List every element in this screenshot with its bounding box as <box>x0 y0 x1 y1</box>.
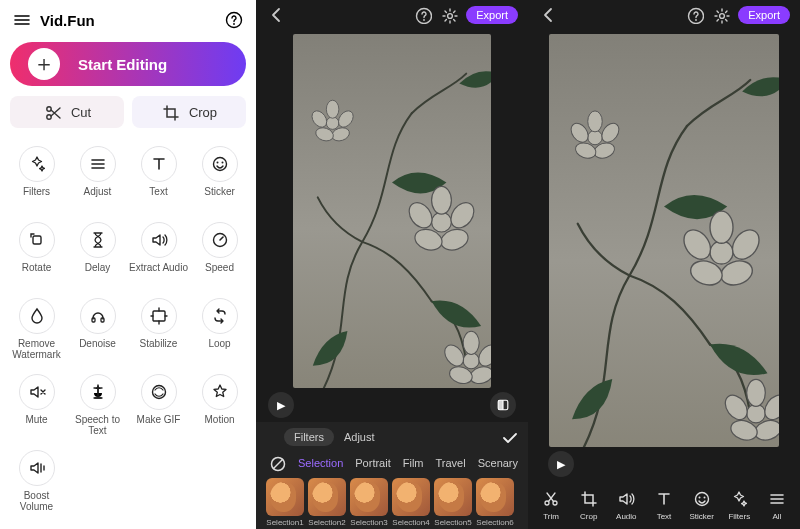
filter-thumb[interactable]: Selection1 <box>266 478 304 527</box>
tool-adjust[interactable]: Adjust <box>67 142 128 212</box>
filters-icon <box>19 146 55 182</box>
crop-icon <box>161 103 179 121</box>
tool-delay[interactable]: Delay <box>67 218 128 288</box>
motion-icon <box>202 374 238 410</box>
tool-label: Boost Volume <box>6 490 67 512</box>
tool-speech-to-text[interactable]: Speech toText <box>67 370 128 440</box>
tool-label: Delay <box>85 262 111 284</box>
start-editing-button[interactable]: ＋ Start Editing <box>10 42 246 86</box>
filter-cat-film[interactable]: Film <box>403 457 424 469</box>
bottom-tool-trim[interactable]: Trim <box>534 489 568 521</box>
sticker-icon <box>692 489 712 509</box>
editor-pane-main: Export ▶ TrimCropAudioTextStickerFilters… <box>528 0 800 529</box>
extract-audio-icon <box>141 222 177 258</box>
boost-volume-icon <box>19 450 55 486</box>
filter-cat-scenary[interactable]: Scenary <box>478 457 518 469</box>
help-icon[interactable] <box>224 10 244 30</box>
tool-loop[interactable]: Loop <box>189 294 250 364</box>
bottom-tool-label: All <box>772 512 781 521</box>
tool-speed[interactable]: Speed <box>189 218 250 288</box>
tool-stabilize[interactable]: Stabilize <box>128 294 189 364</box>
filters-tab[interactable]: Filters <box>284 428 334 446</box>
editor-pane-filters: Export ▶ Filters Adjust SelectionPortrai… <box>256 0 528 529</box>
bottom-tool-crop[interactable]: Crop <box>572 489 606 521</box>
remove-watermark-icon <box>19 298 55 334</box>
help-icon[interactable] <box>686 6 704 24</box>
denoise-icon <box>80 298 116 334</box>
tool-label: Denoise <box>79 338 116 360</box>
adjust-tab[interactable]: Adjust <box>334 428 385 446</box>
start-editing-label: Start Editing <box>78 56 167 73</box>
audio-icon <box>616 489 636 509</box>
tool-label: Motion <box>204 414 234 436</box>
tool-remove-watermark[interactable]: RemoveWatermark <box>6 294 67 364</box>
stabilize-icon <box>141 298 177 334</box>
no-filter-icon[interactable] <box>268 454 286 472</box>
export-button[interactable]: Export <box>466 6 518 24</box>
rotate-icon <box>19 222 55 258</box>
thumb-image <box>350 478 388 516</box>
tool-rotate[interactable]: Rotate <box>6 218 67 288</box>
filter-thumb[interactable]: Selection2 <box>308 478 346 527</box>
adjust-icon <box>80 146 116 182</box>
confirm-icon[interactable] <box>500 428 518 446</box>
filter-cat-portrait[interactable]: Portrait <box>355 457 390 469</box>
crop-button[interactable]: Crop <box>132 96 246 128</box>
settings-icon[interactable] <box>712 6 730 24</box>
filter-thumb[interactable]: Selection3 <box>350 478 388 527</box>
tool-denoise[interactable]: Denoise <box>67 294 128 364</box>
tool-mute[interactable]: Mute <box>6 370 67 440</box>
bottom-tool-audio[interactable]: Audio <box>609 489 643 521</box>
tool-label: Sticker <box>204 186 235 208</box>
bottom-tool-label: Sticker <box>689 512 713 521</box>
cut-button[interactable]: Cut <box>10 96 124 128</box>
tool-make-gif[interactable]: Make GIF <box>128 370 189 440</box>
bottom-tool-label: Audio <box>616 512 636 521</box>
back-icon[interactable] <box>266 5 286 25</box>
bottom-tool-label: Text <box>657 512 672 521</box>
settings-icon[interactable] <box>440 6 458 24</box>
tool-filters[interactable]: Filters <box>6 142 67 212</box>
bottom-tool-text[interactable]: Text <box>647 489 681 521</box>
back-icon[interactable] <box>538 5 558 25</box>
thumb-image <box>308 478 346 516</box>
tool-grid: FiltersAdjustTextStickerRotateDelayExtra… <box>0 142 256 516</box>
tool-label: Loop <box>208 338 230 360</box>
filter-thumb[interactable]: Selection4 <box>392 478 430 527</box>
tool-text[interactable]: Text <box>128 142 189 212</box>
tool-label: Filters <box>23 186 50 208</box>
tool-extract-audio[interactable]: Extract Audio <box>128 218 189 288</box>
bottom-tool-label: Trim <box>543 512 559 521</box>
filter-thumb[interactable]: Selection6 <box>476 478 514 527</box>
trim-icon <box>541 489 561 509</box>
tool-motion[interactable]: Motion <box>189 370 250 440</box>
menu-icon[interactable] <box>12 10 32 30</box>
filter-strip: Filters Adjust SelectionPortraitFilmTrav… <box>256 422 528 529</box>
filter-cat-selection[interactable]: Selection <box>298 457 343 469</box>
thumb-label: Selection1 <box>266 518 303 527</box>
plus-icon: ＋ <box>28 48 60 80</box>
sidebar: Vid.Fun ＋ Start Editing Cut Crop Filters… <box>0 0 256 529</box>
export-button[interactable]: Export <box>738 6 790 24</box>
cut-label: Cut <box>71 105 91 120</box>
tool-label: Make GIF <box>137 414 181 436</box>
delay-icon <box>80 222 116 258</box>
scissors-icon <box>43 103 61 121</box>
bottom-tool-all[interactable]: All <box>760 489 794 521</box>
play-button[interactable]: ▶ <box>548 451 574 477</box>
bottom-tool-filters[interactable]: Filters <box>722 489 756 521</box>
mute-icon <box>19 374 55 410</box>
filter-cat-travel[interactable]: Travel <box>436 457 466 469</box>
speed-icon <box>202 222 238 258</box>
tool-boost-volume[interactable]: Boost Volume <box>6 446 67 516</box>
bottom-tool-sticker[interactable]: Sticker <box>685 489 719 521</box>
tool-label: Adjust <box>84 186 112 208</box>
tool-label: Mute <box>25 414 47 436</box>
tool-sticker[interactable]: Sticker <box>189 142 250 212</box>
tool-label: Extract Audio <box>129 262 188 284</box>
filter-thumb[interactable]: Selection5 <box>434 478 472 527</box>
loop-icon <box>202 298 238 334</box>
play-button[interactable]: ▶ <box>268 392 294 418</box>
help-icon[interactable] <box>414 6 432 24</box>
compare-button[interactable] <box>490 392 516 418</box>
